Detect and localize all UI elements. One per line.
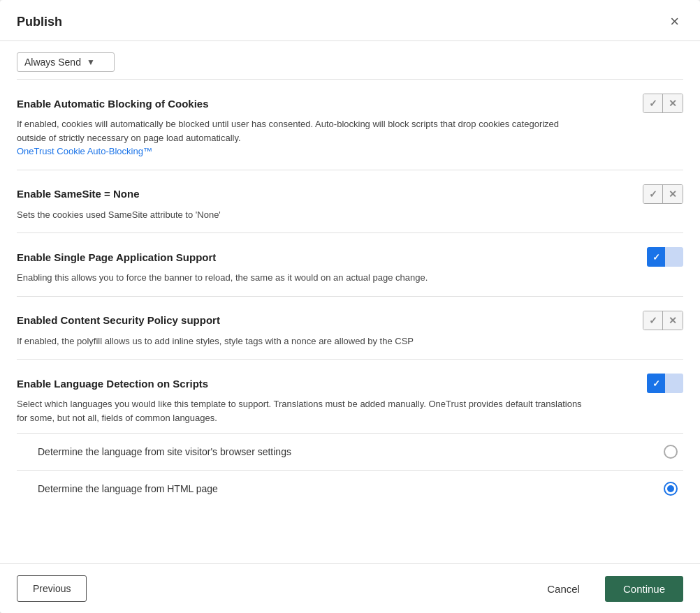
- toggle-lang-detect-left: ✓: [647, 374, 665, 393]
- x-icon-csp: ✕: [669, 315, 677, 326]
- auto-blocking-link[interactable]: OneTrust Cookie Auto-Blocking™: [17, 146, 152, 156]
- section-spa-desc: Enabling this allows you to force the ba…: [17, 271, 590, 285]
- section-auto-blocking-header: Enable Automatic Blocking of Cookies ✓ ✕: [17, 94, 683, 113]
- toggle-lang-detect-check-icon: ✓: [652, 378, 660, 389]
- toggle-lang-detect-right: [665, 374, 683, 393]
- cancel-button[interactable]: Cancel: [539, 577, 588, 600]
- section-csp-desc: If enabled, the polyfill allows us to ad…: [17, 334, 590, 348]
- section-spa-header: Enable Single Page Application Support ✓: [17, 247, 683, 267]
- toggle-lang-detect[interactable]: ✓: [647, 374, 683, 393]
- toggle-check-part-csp[interactable]: ✓: [643, 311, 663, 330]
- dropdown-arrow-icon: ▼: [87, 57, 95, 67]
- section-auto-blocking-desc: If enabled, cookies will automatically b…: [17, 117, 590, 158]
- top-control: Always Send ▼: [17, 41, 683, 79]
- dialog-body: Always Send ▼ Enable Automatic Blocking …: [0, 41, 700, 563]
- dialog-title: Publish: [17, 15, 62, 29]
- toggle-check-part-samesite[interactable]: ✓: [643, 184, 663, 204]
- x-icon-samesite: ✕: [669, 189, 677, 200]
- section-lang-detect: Enable Language Detection on Scripts ✓ S…: [17, 359, 683, 518]
- x-icon: ✕: [669, 98, 677, 109]
- radio-item-browser: Determine the language from site visitor…: [17, 434, 683, 471]
- toggle-x-part[interactable]: ✕: [663, 94, 683, 113]
- checkmark-icon: ✓: [649, 98, 657, 109]
- section-lang-detect-desc: Select which languages you would like th…: [17, 397, 590, 424]
- section-samesite-desc: Sets the cookies used SameSite attribute…: [17, 208, 590, 222]
- section-lang-detect-title: Enable Language Detection on Scripts: [17, 378, 208, 390]
- section-spa: Enable Single Page Application Support ✓…: [17, 232, 683, 296]
- section-auto-blocking-title: Enable Automatic Blocking of Cookies: [17, 98, 208, 110]
- toggle-x-part-samesite[interactable]: ✕: [663, 184, 683, 204]
- continue-button[interactable]: Continue: [605, 576, 683, 602]
- always-send-dropdown[interactable]: Always Send ▼: [17, 52, 115, 72]
- close-button[interactable]: ×: [666, 13, 683, 31]
- radio-section: Determine the language from site visitor…: [17, 433, 683, 507]
- toggle-csp[interactable]: ✓ ✕: [643, 311, 683, 330]
- checkmark-icon-samesite: ✓: [649, 189, 657, 200]
- toggle-spa-left: ✓: [647, 247, 665, 267]
- dialog-header: Publish ×: [0, 0, 700, 41]
- section-spa-title: Enable Single Page Application Support: [17, 251, 216, 263]
- section-csp-header: Enabled Content Security Policy support …: [17, 311, 683, 330]
- toggle-x-part-csp[interactable]: ✕: [663, 311, 683, 330]
- radio-html-label: Determine the language from HTML page: [38, 483, 218, 494]
- section-samesite-header: Enable SameSite = None ✓ ✕: [17, 184, 683, 204]
- dropdown-value: Always Send: [24, 57, 81, 68]
- toggle-spa-right: [665, 247, 683, 267]
- radio-html-circle[interactable]: [664, 482, 678, 496]
- toggle-auto-blocking[interactable]: ✓ ✕: [643, 94, 683, 113]
- checkmark-icon-csp: ✓: [649, 315, 657, 326]
- toggle-check-part[interactable]: ✓: [643, 94, 663, 113]
- section-csp-title: Enabled Content Security Policy support: [17, 314, 220, 326]
- toggle-spa[interactable]: ✓: [647, 247, 683, 267]
- toggle-spa-check-icon: ✓: [652, 252, 660, 263]
- radio-item-html: Determine the language from HTML page: [17, 471, 683, 507]
- section-samesite-title: Enable SameSite = None: [17, 188, 139, 200]
- dialog-footer: Previous Cancel Continue: [0, 563, 700, 613]
- footer-right: Cancel Continue: [539, 576, 683, 602]
- section-samesite: Enable SameSite = None ✓ ✕ Sets the cook…: [17, 170, 683, 233]
- section-csp: Enabled Content Security Policy support …: [17, 296, 683, 360]
- previous-button[interactable]: Previous: [17, 575, 87, 602]
- radio-browser-circle[interactable]: [664, 445, 678, 459]
- section-lang-detect-header: Enable Language Detection on Scripts ✓: [17, 374, 683, 393]
- publish-dialog: Publish × Always Send ▼ Enable Automatic…: [0, 0, 700, 613]
- toggle-samesite[interactable]: ✓ ✕: [643, 184, 683, 204]
- section-auto-blocking: Enable Automatic Blocking of Cookies ✓ ✕…: [17, 79, 683, 170]
- radio-browser-label: Determine the language from site visitor…: [38, 446, 291, 457]
